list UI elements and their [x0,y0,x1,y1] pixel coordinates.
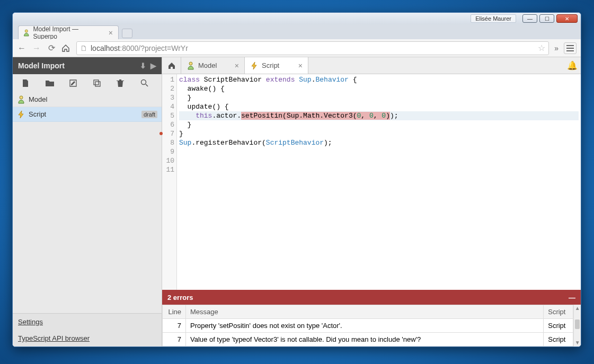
error-line: 7 [163,333,186,347]
project-title: Model Import [18,61,65,70]
bookmark-star-icon[interactable]: ☆ [538,43,545,53]
duplicate-icon[interactable] [93,79,105,87]
overflow-icon[interactable]: » [554,44,558,52]
sidebar-footer: Settings TypeScript API browser [13,313,162,347]
error-message: Property 'setPositin' does not exist on … [186,319,544,333]
svg-point-0 [25,30,28,32]
browser-window: Elisée Maurer — ☐ ✕ Model Import — Super… [12,12,581,347]
svg-rect-1 [94,80,99,85]
asset-item-label: Script [29,110,46,118]
errors-scrollbar[interactable]: ▲ ▼ [573,305,581,347]
minimize-button[interactable]: — [522,14,537,23]
svg-point-4 [20,96,23,99]
scrollbar-down-icon[interactable]: ▼ [574,339,581,347]
col-script: Script [544,305,573,319]
browser-tab[interactable]: Model Import — Superpo × [18,25,119,39]
editor-tab-script[interactable]: Script× [245,57,308,74]
editor-tab-close-icon[interactable]: × [298,61,303,70]
new-file-icon[interactable] [21,79,34,87]
error-script: Script [544,333,573,347]
browser-toolbar: ← → ⟳ 🗋 localhost:8000/?project=WrYr ☆ » [13,39,581,57]
nav-reload-icon[interactable]: ⟳ [47,43,56,53]
error-message: Value of type 'typeof Vector3' is not ca… [186,333,544,347]
editor-tab-close-icon[interactable]: × [235,61,239,70]
nav-forward-icon[interactable]: → [32,43,41,53]
error-row[interactable]: 7Value of type 'typeof Vector3' is not c… [163,333,573,347]
notifications-icon[interactable]: 🔔 [564,57,581,74]
app-favicon-icon [23,29,30,37]
nav-back-icon[interactable]: ← [17,43,26,53]
editor-tab-label: Script [262,61,279,69]
menu-button[interactable] [564,42,577,54]
main-panel: Model×Script× 🔔 1234567891011 class Scri… [162,57,581,347]
code-body[interactable]: class ScriptBehavior extends Sup.Behavio… [177,74,581,290]
play-icon[interactable]: ▶ [150,61,156,70]
editor-tab-model[interactable]: Model× [181,57,245,74]
new-folder-icon[interactable] [45,79,58,87]
url-input[interactable]: 🗋 localhost:8000/?project=WrYr ☆ [76,41,549,55]
editor-home-button[interactable] [162,57,181,74]
svg-point-5 [189,62,192,65]
close-button[interactable]: ✕ [556,14,578,23]
user-badge: Elisée Maurer [471,14,516,23]
app-area: Model Import ⬇ ▶ ModelScriptdraft Settin… [13,57,581,347]
col-message: Message [186,305,544,319]
error-line: 7 [163,319,186,333]
trash-icon[interactable] [117,79,129,87]
error-row[interactable]: 7Property 'setPositin' does not exist on… [163,319,573,333]
scrollbar-thumb[interactable] [575,319,580,329]
errors-collapse-icon[interactable]: — [569,294,575,301]
svg-rect-2 [95,82,100,86]
errors-table: Line Message Script 7Property 'setPositi… [162,305,573,347]
asset-list: ModelScriptdraft [13,92,162,313]
maximize-button[interactable]: ☐ [539,14,554,23]
editor-tabs: Model×Script× 🔔 [162,57,581,74]
svg-point-3 [141,80,146,85]
sidebar: Model Import ⬇ ▶ ModelScriptdraft Settin… [13,57,162,347]
draft-badge: draft [141,111,157,118]
line-gutter: 1234567891011 [162,74,177,290]
search-icon[interactable] [140,79,153,87]
error-marker-icon [159,132,163,135]
scrollbar-up-icon[interactable]: ▲ [574,305,581,312]
download-icon[interactable]: ⬇ [140,61,146,70]
sidebar-toolbar [13,74,162,92]
error-script: Script [544,319,573,333]
browser-tab-strip: Model Import — Superpo × [13,24,581,39]
new-tab-button[interactable] [122,29,132,38]
page-icon: 🗋 [80,44,87,52]
editor-tab-label: Model [198,61,217,69]
tab-close-icon[interactable]: × [109,29,113,37]
tab-title: Model Import — Superpo [33,25,102,40]
edit-icon[interactable] [69,79,82,87]
code-editor[interactable]: 1234567891011 class ScriptBehavior exten… [162,74,581,290]
settings-link[interactable]: Settings [13,314,162,330]
asset-item-model[interactable]: Model [13,92,162,107]
api-browser-link[interactable]: TypeScript API browser [13,330,162,347]
col-line: Line [163,305,186,319]
os-titlebar: Elisée Maurer — ☐ ✕ [13,13,581,24]
errors-header[interactable]: 2 errors — [162,290,581,305]
asset-item-script[interactable]: Scriptdraft [13,107,162,122]
asset-item-label: Model [29,95,47,103]
errors-count: 2 errors [167,294,193,301]
sidebar-header: Model Import ⬇ ▶ [13,57,162,74]
nav-home-icon[interactable] [61,44,71,52]
url-text: localhost:8000/?project=WrYr [91,44,188,52]
